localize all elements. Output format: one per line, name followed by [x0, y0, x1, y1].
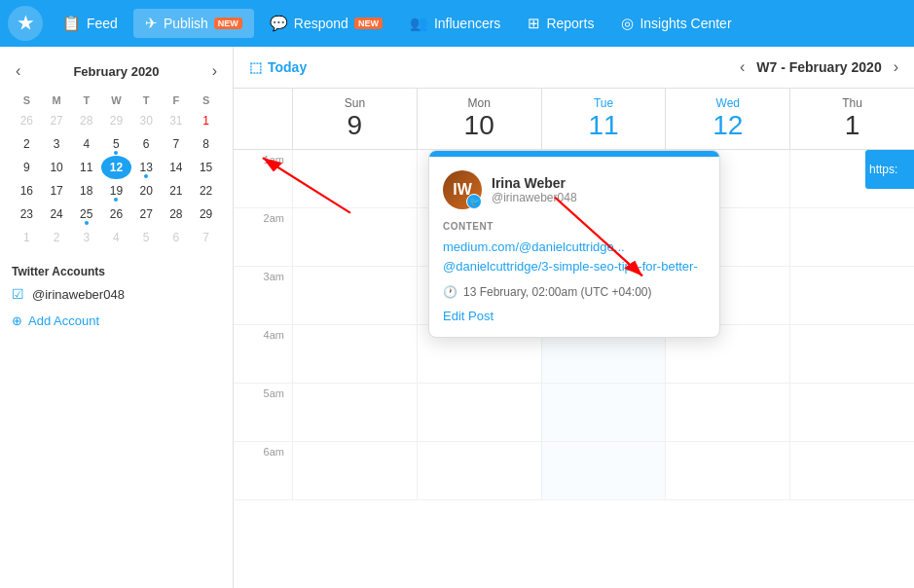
mini-cal-cell[interactable]: 28 — [71, 109, 101, 132]
mini-cal-cell[interactable]: 7 — [191, 226, 221, 249]
mini-cal-cell[interactable]: 3 — [71, 226, 101, 249]
clock-icon: 🕐 — [443, 285, 457, 299]
publish-icon: ✈ — [145, 15, 158, 32]
mini-cal-cell[interactable]: 12 — [101, 156, 131, 179]
today-button[interactable]: ⬚ Today — [249, 59, 307, 75]
prev-month-button[interactable]: ‹ — [12, 62, 24, 80]
popup-username: Irina Weber — [492, 175, 577, 191]
mini-cal-cell[interactable]: 6 — [131, 132, 162, 156]
cal-cell-thu[interactable] — [789, 384, 914, 441]
cal-cell-sun[interactable] — [292, 325, 417, 383]
nav-item-influencers[interactable]: 👥 Influencers — [398, 9, 512, 38]
cal-cell-sun[interactable] — [292, 384, 417, 441]
cal-cell-mon[interactable] — [417, 384, 541, 441]
content-label: CONTENT — [443, 221, 706, 232]
next-month-button[interactable]: › — [208, 62, 221, 80]
mini-cal-cell[interactable]: 24 — [42, 202, 72, 226]
nav-item-reports[interactable]: ⊞ Reports — [516, 9, 605, 38]
cal-cell-wed[interactable] — [665, 442, 789, 499]
next-week-button[interactable]: › — [894, 58, 898, 76]
mini-cal-cell[interactable]: 5 — [101, 132, 131, 156]
nav-item-feed[interactable]: 📋 Feed — [51, 9, 129, 38]
mini-cal-cell[interactable]: 26 — [12, 109, 42, 132]
mini-cal-cell[interactable]: 25 — [71, 202, 101, 226]
twitter-account-item[interactable]: ☑ @irinaweber048 — [12, 286, 221, 302]
mini-cal-cell[interactable]: 1 — [12, 226, 42, 249]
edit-post-button[interactable]: Edit Post — [443, 309, 706, 323]
cal-cell-sun[interactable] — [292, 267, 417, 324]
mini-cal-cell[interactable]: 13 — [131, 156, 162, 179]
mini-cal-cell[interactable]: 5 — [131, 226, 162, 249]
cal-cell-sun[interactable] — [292, 208, 417, 266]
cal-cell-sun[interactable] — [292, 442, 417, 499]
mini-cal-cell[interactable]: 27 — [42, 109, 72, 132]
respond-badge: NEW — [354, 18, 383, 29]
mini-cal-cell[interactable]: 31 — [162, 109, 192, 132]
time-label: 6am — [234, 442, 292, 499]
mini-cal-cell[interactable]: 2 — [12, 132, 42, 156]
mini-cal-cell[interactable]: 15 — [191, 156, 221, 179]
mini-cal-cell[interactable]: 7 — [162, 132, 192, 156]
mini-cal-cell[interactable]: 19 — [101, 179, 131, 202]
week-navigation: ‹ W7 - February 2020 › — [740, 58, 898, 76]
mini-cal-cell[interactable]: 20 — [131, 179, 162, 202]
nav-item-insights[interactable]: ◎ Insights Center — [609, 9, 743, 38]
cal-day-tue: Tue 11 — [541, 89, 666, 149]
calendar-body: 1am 2am 3am 4am 5am 6am — [234, 150, 914, 588]
time-row: 6am — [234, 442, 914, 500]
mini-cal-cell[interactable]: 26 — [101, 202, 131, 226]
mini-cal-cell[interactable]: 4 — [101, 226, 131, 249]
popup-user-info: IW 🐦 Irina Weber @irinaweber048 — [443, 170, 706, 209]
mini-cal-cell[interactable]: 30 — [131, 109, 162, 132]
mini-cal-cell[interactable]: 1 — [191, 109, 221, 132]
calendar-area: ⬚ Today ‹ W7 - February 2020 › Sun 9 Mon… — [234, 47, 914, 588]
mini-cal-cell[interactable]: 4 — [71, 132, 101, 156]
today-icon: ⬚ — [249, 59, 262, 75]
mini-cal-cell[interactable]: 14 — [162, 156, 192, 179]
account-handle: @irinaweber048 — [32, 287, 125, 302]
mini-cal-cell[interactable]: 27 — [131, 202, 162, 226]
mini-cal-cell[interactable]: 28 — [162, 202, 192, 226]
nav-item-publish[interactable]: ✈ Publish NEW — [133, 9, 254, 38]
nav-item-respond[interactable]: 💬 Respond NEW — [258, 9, 394, 38]
avatar-wrap: IW 🐦 — [443, 170, 482, 209]
day-name-sun: Sun — [297, 96, 413, 110]
mini-cal-cell[interactable]: 9 — [12, 156, 42, 179]
add-account-button[interactable]: ⊕ Add Account — [12, 313, 221, 328]
account-checkbox[interactable]: ☑ — [12, 286, 24, 302]
cal-cell-thu[interactable] — [789, 267, 914, 324]
mini-cal-cell[interactable]: 18 — [71, 179, 101, 202]
mini-cal-cell[interactable]: 3 — [42, 132, 72, 156]
cal-cell-thu[interactable] — [789, 442, 914, 499]
mini-cal-cell[interactable]: 29 — [191, 202, 221, 226]
mini-cal-cell[interactable]: 8 — [191, 132, 221, 156]
mini-cal-cell[interactable]: 11 — [71, 156, 101, 179]
mini-cal-cell[interactable]: 23 — [12, 202, 42, 226]
mini-cal-cell[interactable]: 22 — [191, 179, 221, 202]
mini-cal-cell[interactable]: 16 — [12, 179, 42, 202]
mini-cal-cell[interactable]: 6 — [162, 226, 192, 249]
cal-cell-sun[interactable] — [292, 150, 417, 207]
cal-cell-thu[interactable] — [789, 325, 914, 383]
app-logo[interactable]: ★ — [8, 6, 43, 41]
cal-day-sun: Sun 9 — [292, 89, 417, 149]
feed-icon: 📋 — [62, 15, 81, 32]
mini-cal-cell[interactable]: 17 — [42, 179, 72, 202]
cal-cell-wed[interactable] — [665, 384, 789, 441]
popup-time: 🕐 13 February, 02:00am (UTC +04:00) — [443, 285, 706, 299]
prev-week-button[interactable]: ‹ — [740, 58, 745, 76]
mini-cal-cell[interactable]: 10 — [42, 156, 72, 179]
sidebar: ‹ February 2020 › SMTWTFS 26272829303112… — [0, 47, 234, 588]
time-label: 4am — [234, 325, 292, 383]
cal-cell-tue[interactable] — [541, 442, 666, 499]
day-name-tue: Tue — [546, 96, 662, 110]
day-num-sun: 9 — [297, 110, 413, 141]
cal-cell-mon[interactable] — [417, 442, 541, 499]
popup-link-line2: @danielcuttridge/3-simple-seo-tips-for-b… — [443, 257, 706, 276]
cal-cell-tue[interactable] — [541, 384, 666, 441]
cal-cell-thu[interactable] — [789, 208, 914, 266]
mini-cal-cell[interactable]: 21 — [162, 179, 192, 202]
mini-cal-cell[interactable]: 29 — [101, 109, 131, 132]
mini-cal-cell[interactable]: 2 — [42, 226, 72, 249]
day-num-thu: 1 — [794, 110, 910, 141]
